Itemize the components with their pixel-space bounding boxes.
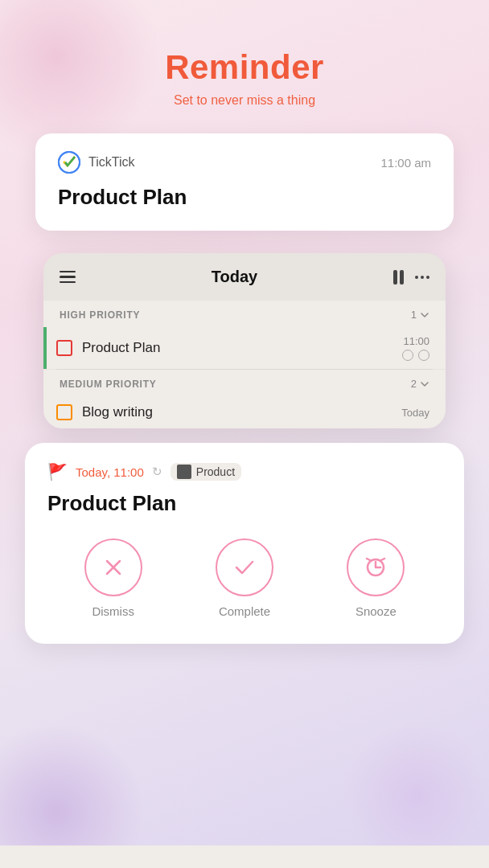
columns-icon[interactable] <box>393 270 404 285</box>
table-row[interactable]: Blog writing Today <box>43 396 446 428</box>
task-name-product-plan: Product Plan <box>82 340 160 356</box>
high-priority-header: HIGH PRIORITY 1 <box>43 301 446 327</box>
table-row[interactable]: Product Plan 11:00 <box>43 327 446 369</box>
chevron-down-icon <box>420 379 429 389</box>
app-name-label: TickTick <box>88 155 134 170</box>
task-left-blog: Blog writing <box>56 404 153 420</box>
dismiss-label: Dismiss <box>92 604 134 618</box>
task-today-label: Today <box>401 407 429 419</box>
more-icon[interactable] <box>415 276 429 279</box>
medium-priority-header: MEDIUM PRIORITY 2 <box>43 370 446 396</box>
medium-priority-section: MEDIUM PRIORITY 2 Blog writing Today <box>43 370 446 428</box>
chevron-down-icon <box>420 310 429 320</box>
snooze-button[interactable]: Snooze <box>347 538 405 618</box>
notification-card: TickTick 11:00 am Product Plan <box>35 133 454 231</box>
task-list-card: Today HIGH PRIORITY 1 <box>43 253 446 428</box>
medium-priority-count: 2 <box>411 378 429 390</box>
task-icons <box>402 350 429 361</box>
dismiss-button[interactable]: Dismiss <box>84 538 142 618</box>
reminder-sheet: 🚩 Today, 11:00 ↻ Product Product Plan Di… <box>25 443 464 644</box>
task-icon-dot-2 <box>418 350 429 361</box>
today-title: Today <box>212 268 257 286</box>
task-right: 11:00 <box>402 335 429 361</box>
task-left: Product Plan <box>56 340 160 356</box>
action-buttons: Dismiss Complete <box>47 538 442 618</box>
bottom-bar <box>0 845 489 868</box>
high-priority-count: 1 <box>411 309 429 321</box>
page-title: Reminder <box>165 48 324 87</box>
page-subtitle: Set to never miss a thing <box>174 93 315 108</box>
ticktick-logo-icon <box>58 151 80 174</box>
app-info: TickTick <box>58 151 134 174</box>
high-priority-section: HIGH PRIORITY 1 Product Plan 11:00 <box>43 301 446 369</box>
reminder-datetime: Today, 11:00 <box>76 465 144 479</box>
tag-text: Product <box>196 465 235 478</box>
topbar-right <box>393 270 429 285</box>
x-icon <box>101 555 125 579</box>
complete-button[interactable]: Complete <box>216 538 273 618</box>
task-time: 11:00 <box>402 335 429 347</box>
notification-time: 11:00 am <box>380 156 431 170</box>
reminder-tag: Product <box>171 463 241 481</box>
high-priority-label: HIGH PRIORITY <box>60 309 140 321</box>
flag-icon: 🚩 <box>47 462 68 481</box>
complete-circle <box>216 538 273 596</box>
snooze-icon <box>364 555 388 579</box>
app-topbar: Today <box>43 253 446 301</box>
snooze-label: Snooze <box>355 604 397 618</box>
checkbox-high-priority[interactable] <box>56 340 72 356</box>
complete-label: Complete <box>219 604 270 618</box>
menu-icon[interactable] <box>60 271 76 284</box>
medium-priority-label: MEDIUM PRIORITY <box>60 379 157 390</box>
snooze-circle <box>347 538 405 596</box>
refresh-icon: ↻ <box>152 465 162 479</box>
notification-task-title: Product Plan <box>58 185 431 210</box>
check-icon <box>232 555 257 579</box>
checkbox-medium-priority[interactable] <box>56 404 72 420</box>
task-icon-dot-1 <box>402 350 413 361</box>
reminder-meta: 🚩 Today, 11:00 ↻ Product <box>47 462 442 481</box>
tag-icon <box>177 465 191 479</box>
reminder-task-title: Product Plan <box>47 491 442 516</box>
task-name-blog: Blog writing <box>82 404 153 420</box>
dismiss-circle <box>84 538 142 596</box>
